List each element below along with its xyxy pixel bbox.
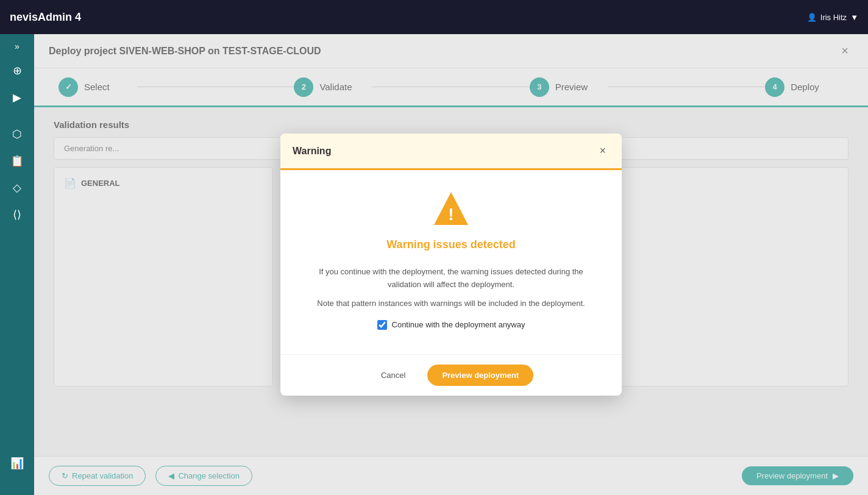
sidebar-item-hex[interactable]: ⬡ (5, 122, 29, 146)
warning-dialog-close-button[interactable]: × (596, 143, 610, 158)
continue-checkbox-row: Continue with the deployment anyway (305, 320, 597, 330)
app-logo: nevisAdmin 4 (10, 11, 81, 24)
svg-text:!: ! (448, 205, 454, 224)
user-dropdown-icon: ▼ (850, 13, 858, 22)
continue-checkbox[interactable] (377, 320, 387, 330)
warning-issues-title: Warning issues detected (305, 238, 597, 251)
warning-note: Note that pattern instances with warning… (305, 299, 597, 308)
warning-dialog-title: Warning (293, 146, 331, 157)
warning-dialog-body: ! Warning issues detected If you continu… (280, 170, 622, 354)
warning-backdrop: Warning × ! Warning issues detected If y… (34, 34, 868, 495)
warning-dialog-header: Warning × (280, 134, 622, 170)
warning-description: If you continue with the deployment, the… (305, 266, 597, 291)
sidebar-item-add[interactable]: ⊕ (5, 59, 29, 83)
sidebar-item-clipboard[interactable]: 📋 (5, 149, 29, 173)
sidebar-item-diamond[interactable]: ◇ (5, 176, 29, 200)
deploy-modal: Deploy project SIVEN-WEB-SHOP on TEST-ST… (34, 34, 868, 495)
sidebar-item-play[interactable]: ▶ (5, 85, 29, 110)
user-menu[interactable]: 👤 Iris Hitz ▼ (807, 13, 858, 22)
user-name: Iris Hitz (820, 13, 847, 22)
warning-dialog: Warning × ! Warning issues detected If y… (280, 134, 622, 396)
user-icon: 👤 (807, 13, 817, 22)
warning-cancel-button[interactable]: Cancel (369, 366, 418, 385)
warning-triangle-icon: ! (432, 190, 471, 229)
warning-preview-button[interactable]: Preview deployment (427, 365, 533, 386)
sidebar-expand-button[interactable]: » (5, 39, 29, 54)
continue-checkbox-label: Continue with the deployment anyway (392, 320, 525, 329)
sidebar: » ⊕ ▶ ⬡ 📋 ◇ ⟨⟩ 📊 (0, 34, 34, 495)
sidebar-item-chart[interactable]: 📊 (5, 451, 29, 475)
sidebar-item-code[interactable]: ⟨⟩ (5, 202, 29, 227)
warning-dialog-footer: Cancel Preview deployment (280, 354, 622, 396)
top-bar: nevisAdmin 4 👤 Iris Hitz ▼ (0, 0, 868, 34)
